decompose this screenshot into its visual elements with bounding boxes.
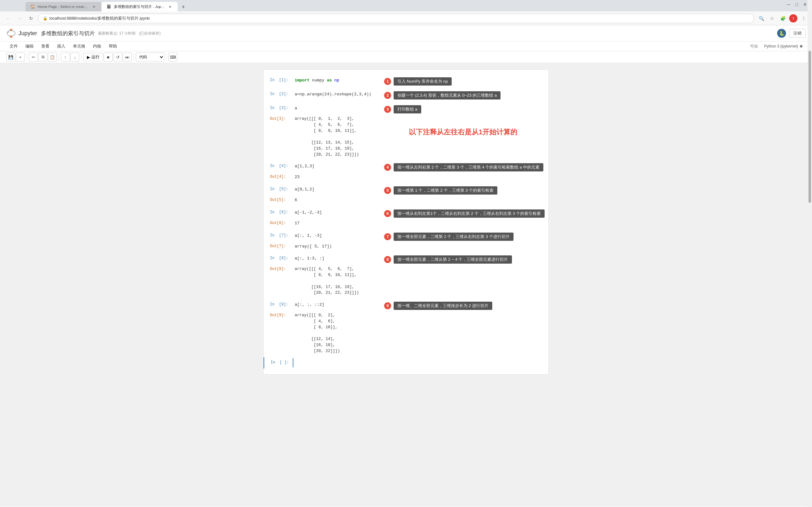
tab-jupyter[interactable]: 📓 多维数组的索引与切片 - Jupyte... ✕ [101,2,177,11]
menu-file[interactable]: 文件 [6,42,21,50]
cut-button[interactable]: ✂ [29,53,38,61]
cell-3-row: In [3]: a 3 打印数组 a [264,104,548,115]
cell-4: In [4]: a[1,2,3] 4 按一维从左到右第 2 个，二维第 3 个，… [264,161,548,183]
copy-button[interactable]: ⧉ [38,53,47,61]
menu-kernel[interactable]: 内核 [90,42,104,50]
cell-2-input[interactable]: a=np.arange(24).reshape(2,3,4)) [292,90,378,99]
cell-7-output-row: Out[7]: array([ 5, 17]) [264,242,548,251]
cell-3-comment-box: 3 打印数组 a [384,105,421,113]
cell-8-out-label: Out[8]: [264,265,292,297]
run-button[interactable]: ▶ 运行 [84,53,103,61]
cell-2: In [2]: a=np.arange(24).reshape(2,3,4)) … [264,89,548,102]
cell-4-in-label: In [4]: [264,162,292,170]
bookmark-icon-btn[interactable]: ☆ [768,14,776,23]
jupyter-header: Jupyter 多维数组的索引与切片 最新检查点: 17 小时前 (已自动保存)… [0,25,812,42]
menu-edit[interactable]: 编辑 [22,42,37,50]
toolbar-separator-4 [134,53,134,61]
cell-4-input[interactable]: a[1,2,3] [292,162,378,171]
paste-button[interactable]: 📋 [48,53,57,61]
scrollbar-track[interactable] [808,0,812,507]
jupyter-title-area: 多维数组的索引与切片 最新检查点: 17 小时前 (已自动保存) [41,30,773,37]
cell-3-output-row: Out[3]: array([[[ 0, 1, 2, 3], [ 4, 5, 6… [264,115,548,159]
cell-5-input[interactable]: a[0,1,2] [292,185,378,194]
restart-button[interactable]: ↺ [113,53,122,61]
cell-2-left: In [2]: a=np.arange(24).reshape(2,3,4)) [264,90,378,99]
menu-cell[interactable]: 单元格 [70,42,89,50]
back-button[interactable]: ← [4,14,13,23]
window-controls: ─ □ ✕ [787,2,807,7]
tab-home-close[interactable]: ✕ [91,4,96,9]
toolbar-separator-2 [59,53,59,61]
cell-3-output-left: Out[3]: array([[[ 0, 1, 2, 3], [ 4, 5, 6… [264,115,378,159]
add-cell-button[interactable]: + [16,53,25,61]
menu-help[interactable]: 帮助 [106,42,120,50]
cell-7-output: array([ 5, 17]) [292,242,334,251]
cell-9-badge: 9 [384,302,391,309]
cell-8-left: In [8]: a[:, 1:3, :] [264,254,378,263]
search-icon-btn[interactable]: 🔍 [757,14,766,23]
cell-1-input[interactable]: import numpy as np [292,76,378,85]
cell-2-comment: 2 创建一个 (2,3,4) 形状，数组元素从 0~23 的三维数组 a [378,90,548,101]
cell-1-left: In [1]: import numpy as np [264,76,378,85]
cell-1-comment-text: 引入 NumPy 库并命名为 np [394,77,452,86]
forward-button[interactable]: → [15,14,24,23]
profile-icon-btn[interactable]: I [789,14,798,22]
cell-3-input[interactable]: a [292,104,378,113]
menu-insert[interactable]: 插入 [54,42,68,50]
cell-7: In [7]: a[:, 1, -3] 7 按一维全部元素，二维第 2 个，三维… [264,230,548,252]
cell-4-out-label: Out[4]: [264,173,292,182]
jupyter-app: Jupyter 多维数组的索引与切片 最新检查点: 17 小时前 (已自动保存)… [0,25,812,507]
tab-home[interactable]: 🏠 Home Page - Select or create... ✕ [26,2,101,11]
tab-jupyter-favicon: 📓 [107,4,111,9]
cell-2-in-label: In [2]: [264,90,292,98]
red-heading-area: 以下注释从左往右是从1开始计算的 [378,115,548,140]
cell-type-select[interactable]: 代码 Markdown Raw [136,53,164,61]
cell-5-comment-text: 按一维第 1 个，二维第 2 个，三维第 3 个的索引检索 [394,186,497,194]
cell-6-in-label: In [6]: [264,208,292,216]
move-up-button[interactable]: ↑ [61,53,70,61]
cell-10-input[interactable] [293,358,548,367]
cell-6-left: In [6]: a[-1,-2,-3] [264,208,378,217]
cell-6-row: In [6]: a[-1,-2,-3] 6 按一维从右到左第1个，二维从右到左第… [264,208,548,219]
scrollbar-thumb[interactable] [809,51,811,203]
stop-button[interactable]: ■ [104,53,113,61]
maximize-button[interactable]: □ [796,2,798,7]
cell-6-badge: 6 [384,210,391,217]
restart-run-button[interactable]: ⏭ [123,53,132,61]
reload-button[interactable]: ↻ [27,14,36,23]
jupyter-toolbar: 💾 + ✂ ⧉ 📋 ↑ ↓ ▶ 运行 ■ ↺ ⏭ 代码 Markdown Raw… [0,51,812,63]
cell-8-input[interactable]: a[:, 1:3, :] [292,254,378,263]
cell-6-input[interactable]: a[-1,-2,-3] [292,208,378,217]
menu-view[interactable]: 查看 [38,42,53,50]
extensions-icon-btn[interactable]: 🧩 [778,14,787,23]
address-bar[interactable]: 🔒 localhost:8888/notebooks/多维数组的索引与切片.ip… [38,14,754,23]
cell-6-out-label: Out[6]: [264,219,292,228]
new-tab-button[interactable]: + [179,3,188,11]
notebook-title[interactable]: 多维数组的索引与切片 [41,30,95,37]
save-button[interactable]: 💾 [6,53,15,61]
cell-9-input[interactable]: a[:, :, ::2] [292,300,378,309]
cell-10-empty[interactable]: In [ ]: [264,357,548,369]
python-logo: 🐍 [777,29,786,38]
cell-5-output-row: Out[5]: 6 [264,196,548,205]
close-button[interactable]: ✕ [803,2,807,7]
cell-4-comment-box: 4 按一维从左到右第 2 个，二维第 3 个，三维第 4 个的索引检索数组 a … [384,163,543,171]
keyboard-shortcuts-button[interactable]: ⌨ [168,53,177,61]
notebook-area: In [1]: import numpy as np 1 引入 NumPy 库并… [0,63,812,507]
menu-icon-btn[interactable]: ⋮ [799,14,808,23]
cell-2-comment-text: 创建一个 (2,3,4) 形状，数组元素从 0~23 的三维数组 a [394,91,501,100]
jupyter-logo: Jupyter [6,29,37,38]
jupyter-logo-icon [6,29,16,38]
jupyter-header-right: 🐍 注销 [777,29,806,38]
cell-6-comment: 6 按一维从右到左第1个，二维从右到左第 2 个，三维从右到左第 3 个的索引检… [378,208,548,219]
cancel-button[interactable]: 注销 [789,29,806,38]
cell-6-comment-box: 6 按一维从右到左第1个，二维从右到左第 2 个，三维从右到左第 3 个的索引检… [384,210,545,218]
minimize-button[interactable]: ─ [787,2,791,7]
reload-icon: ↻ [29,16,33,21]
cell-10-row: In [ ]: [264,358,548,367]
cell-7-out-label: Out[7]: [264,242,292,251]
tab-jupyter-close[interactable]: ✕ [167,4,172,9]
cell-3-comment: 3 打印数组 a [378,104,548,115]
cell-7-input[interactable]: a[:, 1, -3] [292,231,378,240]
move-down-button[interactable]: ↓ [70,53,79,61]
